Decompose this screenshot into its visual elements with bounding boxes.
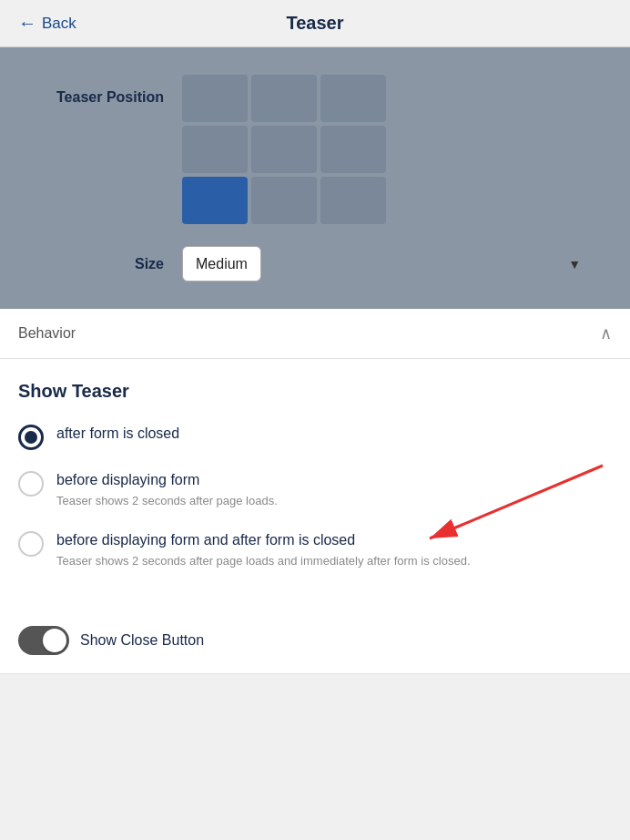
size-label: Size: [36, 256, 164, 272]
grid-cell-5[interactable]: [320, 126, 386, 173]
position-label: Teaser Position: [36, 75, 164, 106]
radio-text-1: after form is closed: [56, 424, 612, 444]
grid-cell-4[interactable]: [251, 126, 317, 173]
radio-circle-3: [18, 531, 44, 557]
radio-text-3: before displaying form and after form is…: [56, 530, 612, 570]
show-teaser-title: Show Teaser: [18, 381, 612, 402]
radio-option-3[interactable]: before displaying form and after form is…: [18, 530, 612, 570]
grid-cell-3[interactable]: [182, 126, 248, 173]
page-title: Teaser: [286, 13, 343, 34]
position-row: Teaser Position: [36, 75, 594, 224]
radio-circle-2: [18, 471, 44, 497]
radio-label-1: after form is closed: [56, 424, 612, 444]
size-row: Size Small Medium Large: [36, 246, 594, 282]
radio-option-2[interactable]: before displaying form Teaser shows 2 se…: [18, 470, 612, 510]
grid-cell-1[interactable]: [251, 75, 317, 122]
toggle-row: Show Close Button: [0, 611, 630, 673]
radio-label-3: before displaying form and after form is…: [56, 530, 612, 550]
grid-cell-6[interactable]: [182, 177, 248, 224]
back-arrow-icon: ←: [18, 13, 36, 34]
grid-cell-8[interactable]: [320, 177, 386, 224]
back-button[interactable]: ← Back: [18, 13, 76, 34]
chevron-up-icon: ∧: [600, 323, 612, 343]
radio-circle-1: [18, 425, 44, 450]
show-close-button-toggle[interactable]: [18, 626, 69, 655]
toggle-knob: [43, 629, 66, 652]
grid-cell-0[interactable]: [182, 75, 248, 122]
radio-sublabel-3: Teaser shows 2 seconds after page loads …: [56, 553, 612, 569]
behavior-section: Behavior ∧ Show Teaser after form is clo…: [0, 309, 630, 674]
grid-cell-2[interactable]: [320, 75, 386, 122]
radio-text-2: before displaying form Teaser shows 2 se…: [56, 470, 612, 510]
header: ← Back Teaser: [0, 0, 630, 47]
radio-option-1[interactable]: after form is closed: [18, 424, 612, 450]
top-panel: Teaser Position Size Small Medium Large: [0, 47, 630, 309]
behavior-header[interactable]: Behavior ∧: [0, 309, 630, 359]
show-teaser-section: Show Teaser after form is closed before …: [0, 359, 630, 611]
radio-label-2: before displaying form: [56, 470, 612, 490]
size-select[interactable]: Small Medium Large: [182, 246, 261, 282]
back-label: Back: [42, 15, 76, 33]
size-select-wrapper: Small Medium Large: [182, 246, 594, 282]
grid-cell-7[interactable]: [251, 177, 317, 224]
radio-sublabel-2: Teaser shows 2 seconds after page loads.: [56, 493, 612, 509]
behavior-title: Behavior: [18, 325, 76, 342]
bottom-divider: [0, 673, 630, 674]
toggle-label: Show Close Button: [80, 632, 204, 649]
position-grid: [182, 75, 386, 224]
